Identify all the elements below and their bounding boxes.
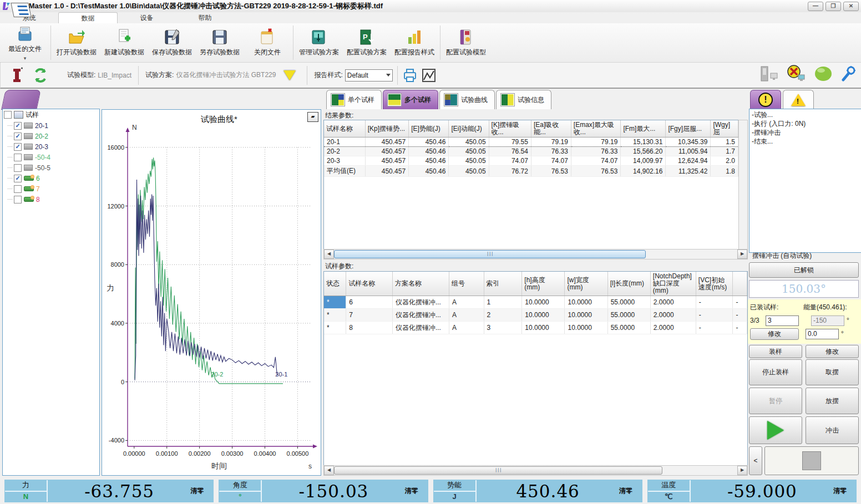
column-header[interactable]: [h]高度 (mm) bbox=[522, 272, 565, 296]
take-pendulum-button[interactable]: 取摆 bbox=[806, 359, 859, 385]
menu-item-4[interactable]: 帮助 bbox=[176, 12, 234, 23]
close-file-button[interactable]: 关闭文件 bbox=[244, 23, 291, 62]
tree-item-checkbox[interactable] bbox=[14, 185, 22, 193]
table-row[interactable]: *8仪器化摆锤冲...A310.000010.000055.00002.0000… bbox=[324, 322, 747, 334]
stop-button[interactable] bbox=[764, 446, 859, 475]
table-row[interactable]: 平均值(E)450.457450.46450.0576.7276.5376.53… bbox=[324, 166, 738, 177]
open-data-button[interactable]: 打开试验数据 bbox=[53, 23, 100, 62]
column-header[interactable]: 状态 bbox=[324, 272, 346, 296]
new-data-button[interactable]: 新建试验数据 bbox=[100, 23, 148, 62]
impact-button[interactable]: 冲击 bbox=[806, 416, 859, 444]
filter-funnel-icon[interactable] bbox=[283, 70, 296, 80]
column-header[interactable]: 试样名称 bbox=[324, 120, 365, 138]
menu-item-3[interactable]: 设备 bbox=[118, 12, 176, 23]
column-header[interactable]: 索引 bbox=[484, 272, 522, 296]
table-row[interactable]: *6仪器化摆锤冲...A110.000010.000055.00002.0000… bbox=[324, 296, 747, 309]
ready-ball-icon[interactable] bbox=[814, 65, 833, 83]
zero-angle-input[interactable]: 0.0 bbox=[806, 329, 839, 339]
tree-item-6[interactable]: ✓6 bbox=[3, 173, 99, 184]
menu-item-2[interactable]: 数据 bbox=[58, 12, 118, 24]
clear-button[interactable]: 清零 bbox=[619, 480, 642, 502]
recent-files-button[interactable]: 最近的文件▾ bbox=[1, 23, 49, 62]
collapse-button[interactable]: < bbox=[749, 446, 762, 475]
tree-item-20-3[interactable]: ✓20-3 bbox=[3, 141, 99, 152]
restore-button[interactable]: ❐ bbox=[825, 2, 841, 11]
tab-多个试样[interactable]: 多个试样 bbox=[383, 90, 438, 109]
column-header[interactable]: [Emax]最大吸收... bbox=[571, 120, 621, 138]
pause-button[interactable]: 暂停 bbox=[749, 388, 802, 414]
table-row[interactable]: 20-2450.457450.46450.0576.5476.3376.3315… bbox=[324, 147, 738, 156]
tree-item-checkbox[interactable]: ✓ bbox=[14, 143, 22, 151]
tree-item-checkbox[interactable]: ✓ bbox=[14, 133, 22, 140]
table-row[interactable]: *7仪器化摆锤冲...A210.000010.000055.00002.0000… bbox=[324, 309, 747, 322]
modify-count-button[interactable]: 修改 bbox=[750, 328, 799, 340]
settings-icon[interactable] bbox=[840, 65, 857, 82]
column-header[interactable]: 试样名称 bbox=[346, 272, 393, 296]
tree-item--50-4[interactable]: -50-4 bbox=[3, 152, 99, 162]
column-header[interactable]: [Fm]最大... bbox=[621, 120, 666, 138]
column-header[interactable]: 方案名称 bbox=[392, 272, 449, 296]
clear-button[interactable]: 清零 bbox=[405, 480, 428, 502]
close-button[interactable]: ✕ bbox=[843, 2, 859, 11]
column-header[interactable]: [Kp]摆锤势... bbox=[365, 120, 408, 138]
clear-button[interactable]: 清零 bbox=[190, 480, 214, 502]
tree-item-checkbox[interactable] bbox=[14, 164, 22, 172]
samples-hscrollbar[interactable]: ◀ ∣∣∣ ▶ bbox=[323, 465, 748, 476]
loaded-count-input[interactable]: 3 bbox=[766, 315, 799, 326]
connection-error-icon[interactable] bbox=[786, 65, 806, 83]
column-header[interactable]: [Wgy]屈 bbox=[711, 120, 738, 138]
tab-试验信息[interactable]: 试验信息 bbox=[496, 90, 551, 109]
tree-tab[interactable] bbox=[1, 90, 41, 110]
tree-item-checkbox[interactable] bbox=[14, 154, 22, 161]
column-header[interactable]: [E]势能(J) bbox=[409, 120, 449, 138]
results-vscrollbar[interactable] bbox=[738, 120, 748, 250]
tree-item-checkbox[interactable]: ✓ bbox=[14, 122, 22, 130]
stop-load-button[interactable]: 停止装样 bbox=[749, 359, 802, 385]
column-header[interactable] bbox=[733, 272, 747, 296]
column-header[interactable]: [l]长度(mm) bbox=[607, 272, 650, 296]
tree-item-7[interactable]: 7 bbox=[3, 184, 99, 194]
tree-item-20-2[interactable]: ✓20-2 bbox=[3, 131, 99, 141]
chart-tool-button[interactable]: ▰ bbox=[307, 112, 318, 122]
clear-button[interactable]: 清零 bbox=[833, 480, 857, 502]
manage-plan-button[interactable]: 管理试验方案 bbox=[295, 23, 343, 62]
refresh-icon[interactable] bbox=[33, 68, 48, 83]
report-style-dropdown[interactable]: Default bbox=[345, 69, 393, 82]
tree-root[interactable]: 试样 bbox=[3, 109, 99, 120]
tree-item-checkbox[interactable] bbox=[14, 196, 22, 203]
save-data-button[interactable]: 保存试验数据 bbox=[148, 23, 196, 62]
column-header[interactable]: [Ea]吸收能... bbox=[531, 120, 571, 138]
unlock-button[interactable]: 已解锁 bbox=[749, 262, 859, 278]
column-header[interactable]: [w]宽度 (mm) bbox=[565, 272, 607, 296]
column-header[interactable]: [K]摆锤吸收... bbox=[489, 120, 531, 138]
config-model-button[interactable]: 配置试验模型 bbox=[442, 23, 490, 62]
table-row[interactable]: 20-3450.457450.46450.0574.0774.0774.0714… bbox=[324, 156, 738, 166]
table-row[interactable]: 20-1450.457450.46450.0579.5579.1979.1915… bbox=[324, 138, 738, 147]
curve-report-icon[interactable] bbox=[421, 68, 437, 83]
tab-status-log[interactable]: ! bbox=[750, 90, 781, 109]
tree-item-8[interactable]: 8 bbox=[3, 194, 99, 205]
tree-root-checkbox[interactable] bbox=[4, 111, 12, 119]
tab-warnings[interactable]: ! bbox=[783, 90, 814, 109]
column-header[interactable]: [NotchDepth]缺口深度 (mm) bbox=[650, 272, 696, 296]
config-plan-button[interactable]: P配置试验方案 bbox=[343, 23, 391, 62]
minimize-button[interactable]: — bbox=[808, 2, 823, 11]
column-header[interactable]: [Fgy]屈服... bbox=[666, 120, 711, 138]
tab-单个试样[interactable]: 单个试样 bbox=[326, 90, 382, 109]
saveas-data-button[interactable]: 另存试验数据 bbox=[196, 23, 244, 62]
report-style-button[interactable]: 配置报告样式 bbox=[391, 23, 438, 62]
tab-试验曲线[interactable]: 试验曲线 bbox=[439, 90, 495, 109]
release-pendulum-button[interactable]: 放摆 bbox=[806, 388, 859, 414]
tree-item-checkbox[interactable]: ✓ bbox=[14, 175, 22, 182]
modify-button[interactable]: 修改 bbox=[806, 345, 859, 358]
tree-item--50-5[interactable]: -50-5 bbox=[3, 162, 99, 173]
start-button[interactable] bbox=[749, 416, 802, 444]
print-preview-icon[interactable] bbox=[402, 68, 418, 83]
results-hscrollbar[interactable]: ◀ ∣∣∣ ▶ bbox=[323, 249, 748, 259]
machine-status-icon[interactable] bbox=[759, 65, 778, 82]
column-header[interactable]: [VC]初始速度(m/s) bbox=[696, 272, 733, 296]
load-sample-button[interactable]: 装样 bbox=[749, 345, 802, 358]
new-specimen-icon[interactable] bbox=[11, 67, 25, 84]
column-header[interactable]: 组号 bbox=[449, 272, 484, 296]
column-header[interactable]: [Ei]动能(J) bbox=[449, 120, 489, 138]
